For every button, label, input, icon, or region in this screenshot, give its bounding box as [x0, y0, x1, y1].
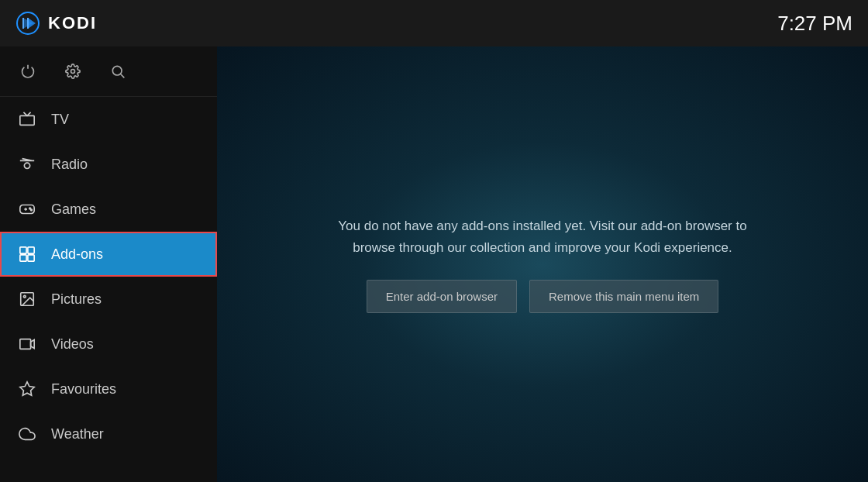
app-title: KODI: [48, 13, 97, 33]
svg-point-14: [31, 209, 33, 211]
kodi-logo-icon: [16, 11, 40, 36]
sidebar-item-favourites-label: Favourites: [51, 381, 116, 398]
radio-icon: [17, 154, 37, 174]
sidebar-top-icons: [0, 46, 217, 97]
svg-point-5: [71, 70, 75, 74]
svg-rect-8: [20, 115, 34, 125]
games-icon: [17, 199, 37, 219]
sidebar-item-favourites[interactable]: Favourites: [0, 367, 217, 411]
sidebar-item-tv-label: TV: [51, 112, 69, 128]
search-button[interactable]: [107, 60, 129, 82]
svg-point-9: [24, 163, 29, 168]
sidebar-item-addons[interactable]: Add-ons: [0, 232, 217, 277]
sidebar-item-radio-label: Radio: [51, 157, 88, 173]
videos-icon: [17, 334, 37, 354]
svg-rect-18: [28, 255, 34, 261]
svg-marker-23: [20, 382, 34, 395]
sidebar-item-radio[interactable]: Radio: [0, 142, 217, 187]
sidebar-item-pictures[interactable]: Pictures: [0, 277, 217, 322]
svg-rect-15: [20, 247, 26, 253]
main-layout: TV Radio: [0, 46, 868, 482]
tv-icon: [17, 109, 37, 129]
svg-line-7: [121, 74, 125, 78]
sidebar-item-pictures-label: Pictures: [51, 291, 102, 308]
svg-marker-22: [31, 340, 35, 349]
top-bar: KODI 7:27 PM: [0, 0, 868, 46]
sidebar-item-weather-label: Weather: [51, 426, 104, 442]
sidebar: TV Radio: [0, 46, 217, 482]
sidebar-item-videos[interactable]: Videos: [0, 322, 217, 367]
sidebar-item-videos-label: Videos: [51, 336, 94, 353]
settings-button[interactable]: [62, 60, 84, 82]
clock: 7:27 PM: [777, 12, 852, 36]
svg-rect-17: [20, 255, 26, 261]
sidebar-item-games[interactable]: Games: [0, 187, 217, 232]
addons-icon: [17, 244, 37, 264]
pictures-icon: [17, 289, 37, 309]
sidebar-nav: TV Radio: [0, 97, 217, 482]
svg-point-20: [23, 295, 26, 298]
sidebar-item-games-label: Games: [51, 201, 96, 218]
sidebar-item-weather[interactable]: Weather: [0, 411, 217, 456]
content-message: You do not have any add-ons installed ye…: [326, 215, 760, 257]
svg-marker-2: [28, 18, 36, 29]
remove-menu-item-button[interactable]: Remove this main menu item: [529, 280, 718, 313]
svg-point-6: [112, 66, 122, 75]
sidebar-item-tv[interactable]: TV: [0, 97, 217, 142]
svg-rect-16: [28, 247, 34, 253]
kodi-logo: KODI: [16, 11, 97, 36]
weather-icon: [17, 424, 37, 444]
content-buttons: Enter add-on browser Remove this main me…: [367, 280, 719, 313]
power-button[interactable]: [17, 60, 39, 82]
enter-addon-browser-button[interactable]: Enter add-on browser: [367, 280, 517, 313]
svg-rect-21: [20, 339, 31, 349]
content-center: You do not have any add-ons installed ye…: [326, 215, 760, 312]
content-area: You do not have any add-ons installed ye…: [217, 46, 868, 482]
favourites-icon: [17, 379, 37, 399]
sidebar-item-addons-label: Add-ons: [51, 246, 103, 263]
